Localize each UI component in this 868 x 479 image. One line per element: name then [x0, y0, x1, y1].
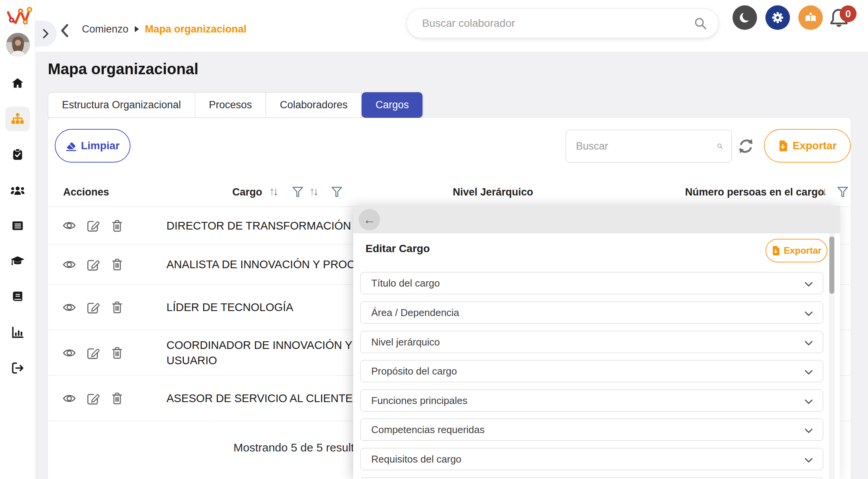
column-header-cargo: Cargo	[232, 186, 262, 198]
view-button[interactable]	[62, 301, 76, 314]
drawer-header-bar: ←	[353, 206, 840, 233]
column-header-numero: Número persoas en el cargo	[685, 186, 824, 198]
sidebar-item-people[interactable]	[5, 178, 30, 202]
filter-icon[interactable]	[837, 186, 848, 198]
view-button[interactable]	[62, 346, 76, 360]
moon-icon	[736, 9, 753, 26]
breadcrumb-item-home[interactable]: Comienzo	[82, 23, 129, 35]
trash-icon	[111, 219, 124, 232]
sidebar-item-tasks[interactable]	[5, 142, 30, 167]
sidebar-expand-button[interactable]	[35, 21, 57, 47]
dark-mode-button[interactable]	[733, 5, 757, 30]
delete-button[interactable]	[111, 219, 124, 232]
sidebar-item-logout[interactable]	[5, 356, 30, 380]
accordion-funciones-principales[interactable]: Funciones principales	[360, 389, 823, 412]
trash-icon	[111, 392, 124, 405]
edit-button[interactable]	[87, 346, 100, 360]
search-icon[interactable]	[694, 17, 707, 30]
accordion-nivel-jerarquico[interactable]: Nivel jerárquico	[360, 331, 823, 353]
cargo-cell: DIRECTOR DE TRANSFORMACIÓN DI	[166, 218, 365, 233]
edit-button[interactable]	[87, 219, 100, 232]
view-button[interactable]	[62, 258, 76, 271]
sidebar-item-org-chart[interactable]	[5, 107, 30, 131]
eraser-icon	[65, 140, 77, 152]
filter-icon[interactable]	[292, 186, 303, 198]
eye-icon	[62, 347, 76, 358]
navigate-back-button[interactable]	[58, 22, 71, 39]
tab-cargos[interactable]: Cargos	[362, 92, 423, 118]
drawer-export-button[interactable]: Exportar	[765, 239, 827, 262]
drawer-back-button[interactable]: ←	[359, 209, 380, 230]
org-chart-icon	[11, 112, 24, 126]
column-header-acciones: Acciones	[63, 186, 109, 198]
refresh-button[interactable]	[737, 137, 755, 155]
user-avatar[interactable]	[6, 33, 30, 57]
accordion-competencias-requeridas[interactable]: Competencias requeridas	[360, 419, 823, 441]
delete-button[interactable]	[111, 346, 124, 360]
row-actions	[62, 392, 124, 405]
export-label: Exportar	[793, 140, 837, 152]
tab-colaboradores[interactable]: Colaboradores	[266, 92, 362, 118]
page-title: Mapa organizacional	[48, 60, 198, 78]
export-button[interactable]: Exportar	[764, 129, 851, 163]
app-logo[interactable]	[5, 5, 33, 30]
home-icon	[11, 77, 24, 90]
refresh-icon	[737, 137, 755, 155]
chevron-down-icon	[804, 370, 813, 375]
sidebar-item-home[interactable]	[5, 71, 30, 96]
tab-procesos[interactable]: Procesos	[195, 92, 266, 118]
breadcrumb-item-current[interactable]: Mapa organizacional	[145, 23, 247, 35]
accordion-area-dependencia[interactable]: Área / Dependencia	[360, 301, 823, 324]
delete-button[interactable]	[111, 301, 124, 314]
accordion-titulo-del-cargo[interactable]: Título del cargo	[360, 272, 823, 294]
tab-bar: Estructura Organizacional Procesos Colab…	[48, 92, 423, 118]
accordion-next-section[interactable]	[360, 477, 823, 479]
accordion-label: Propósito del cargo	[371, 365, 457, 377]
chevron-right-icon	[43, 29, 49, 39]
sort-icon[interactable]: ↑↓	[309, 185, 319, 198]
edit-button[interactable]	[87, 301, 100, 314]
arrow-left-icon: ←	[363, 213, 375, 227]
view-button[interactable]	[62, 219, 76, 232]
chevron-down-icon	[804, 341, 813, 346]
delete-button[interactable]	[111, 258, 124, 271]
cargo-line: ASESOR DE SERVICIO AL CLIENTE Y E	[166, 391, 373, 406]
accordion-label: Requisitos del cargo	[371, 453, 462, 465]
edit-button[interactable]	[87, 392, 100, 405]
logout-icon	[11, 362, 24, 375]
cargo-line: DIRECTOR DE TRANSFORMACIÓN DI	[166, 218, 365, 233]
accordion-proposito-del-cargo[interactable]: Propósito del cargo	[360, 360, 823, 382]
table-search	[566, 130, 732, 163]
sidebar-item-training[interactable]	[5, 249, 30, 274]
app-window: Comienzo Mapa organizacional	[0, 0, 868, 479]
sort-icon[interactable]: ↑↓	[269, 185, 279, 198]
accordion-requisitos-del-cargo[interactable]: Requisitos del cargo	[360, 448, 823, 470]
cargo-cell: ANALISTA DE INNOVACIÓN Y PROCES	[166, 257, 370, 272]
export-document-icon	[778, 140, 789, 152]
row-actions	[62, 219, 124, 232]
edit-button[interactable]	[87, 258, 100, 271]
edit-pencil-icon	[87, 301, 100, 314]
reader-button[interactable]	[798, 5, 823, 30]
table-header-row: Acciones Cargo ↑↓ ↑↓ Nivel Jerárquico Nú…	[48, 178, 851, 207]
sort-icon[interactable]: ↑↓	[818, 185, 827, 198]
chevron-down-icon	[804, 311, 813, 316]
w-line-chart-logo	[5, 5, 33, 30]
users-group-icon	[10, 183, 25, 197]
sidebar-item-records[interactable]	[5, 213, 30, 238]
sidebar-item-reports[interactable]	[5, 320, 30, 345]
filter-icon[interactable]	[331, 186, 343, 198]
global-search-input[interactable]	[407, 17, 694, 29]
accordion-label: Competencias requeridas	[371, 424, 485, 436]
drawer-scrollbar-thumb[interactable]	[829, 236, 834, 294]
table-search-input[interactable]	[566, 140, 717, 152]
clear-filters-button[interactable]: Limpiar	[55, 129, 131, 163]
view-button[interactable]	[62, 392, 76, 405]
bar-chart-icon	[11, 326, 24, 339]
search-icon[interactable]	[717, 140, 723, 152]
settings-button[interactable]	[765, 5, 790, 30]
delete-button[interactable]	[111, 392, 124, 405]
book-icon	[11, 290, 24, 303]
sidebar-item-library[interactable]	[5, 285, 30, 309]
tab-estructura-organizacional[interactable]: Estructura Organizacional	[48, 92, 195, 118]
